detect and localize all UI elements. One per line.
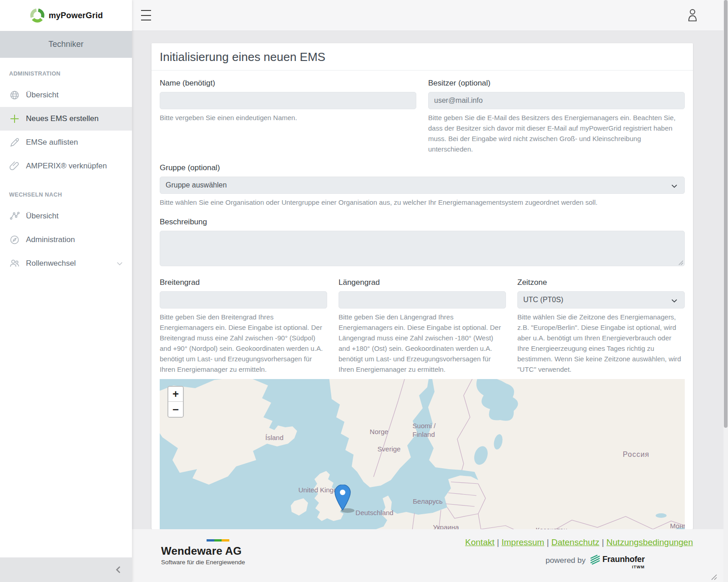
sidebar-item-rollenwechsel[interactable]: Rollenwechsel xyxy=(0,252,132,275)
breitengrad-label: Breitengrad xyxy=(160,278,327,287)
gruppe-label: Gruppe (optional) xyxy=(160,163,685,172)
window-resize-grip-icon[interactable] xyxy=(711,574,717,580)
role-badge: Techniker xyxy=(0,31,132,58)
resize-grip-icon[interactable] xyxy=(678,260,683,265)
link-nutzungsbedingungen[interactable]: Nutzungsbedingungen xyxy=(607,537,693,547)
gruppe-select[interactable]: Gruppe auswählen xyxy=(160,177,685,194)
plus-icon xyxy=(9,113,20,124)
zeitzone-select[interactable]: UTC (PT0S) xyxy=(517,291,685,309)
main-area: Initialisierung eines neuen EMS Name (be… xyxy=(132,0,728,582)
sidebar-item-neues-ems-erstellen[interactable]: Neues EMS erstellen xyxy=(0,107,132,131)
location-map[interactable]: Ísland Norge Suomi / Finland Sverige Рос… xyxy=(160,379,685,529)
wendeware-name: Wendeware AG xyxy=(161,545,245,557)
powered-by: powered by Fraunhofer ITWM xyxy=(546,555,645,569)
paperclip-icon xyxy=(9,161,20,172)
beschreibung-textarea[interactable] xyxy=(160,231,685,266)
fraunhofer-glyph-icon xyxy=(590,555,600,565)
wendeware-logo: Wendeware AG Software für die Energiewen… xyxy=(161,539,245,566)
compass-icon xyxy=(9,234,20,245)
besitzer-help: Bitte geben Sie die E-Mail des Besitzers… xyxy=(428,112,685,154)
zoom-in-button[interactable]: + xyxy=(168,387,183,402)
sidebar-nav: ADMINISTRATION Übersicht Neues EMS erste… xyxy=(0,71,132,275)
wendeware-tagline: Software für die Energiewende xyxy=(161,559,245,566)
chevron-down-icon xyxy=(671,182,678,190)
person-icon xyxy=(686,7,699,23)
footer-links: Kontakt | Impressum | Datenschutz | Nutz… xyxy=(465,537,693,547)
besitzer-input[interactable] xyxy=(428,92,685,109)
page-scrollbar xyxy=(723,0,728,582)
link-impressum[interactable]: Impressum xyxy=(501,537,544,547)
laengengrad-help: Bitte geben Sie den Längengrad Ihres Ene… xyxy=(339,312,506,375)
topbar xyxy=(132,0,728,31)
link-datenschutz[interactable]: Datenschutz xyxy=(551,537,600,547)
link-kontakt[interactable]: Kontakt xyxy=(465,537,494,547)
sidebar: myPowerGrid Techniker ADMINISTRATION Übe… xyxy=(0,0,132,582)
name-label: Name (benötigt) xyxy=(160,79,416,88)
breitengrad-help: Bitte geben Sie den Breitengrad Ihres En… xyxy=(160,312,327,375)
user-account-button[interactable] xyxy=(686,7,699,25)
sidebar-item-administration[interactable]: Administration xyxy=(0,228,132,252)
gruppe-help: Bitte wählen Sie eine Organisation oder … xyxy=(160,197,685,207)
scrollbar-thumb[interactable] xyxy=(724,0,728,428)
laengengrad-label: Längengrad xyxy=(339,278,506,287)
laengengrad-input[interactable] xyxy=(339,291,506,309)
name-input[interactable] xyxy=(160,92,416,109)
zeitzone-label: Zeitzone xyxy=(517,278,685,287)
breitengrad-input[interactable] xyxy=(160,291,327,309)
besitzer-label: Besitzer (optional) xyxy=(428,79,685,88)
wendeware-bar-icon xyxy=(207,539,229,542)
app-logo-text: myPowerGrid xyxy=(49,11,103,20)
content-area: Initialisierung eines neuen EMS Name (be… xyxy=(132,31,728,582)
zoom-out-button[interactable]: − xyxy=(168,402,183,417)
sidebar-item-amperix-verknuepfen[interactable]: AMPERIX® verknüpfen xyxy=(0,154,132,178)
activity-icon xyxy=(9,211,20,222)
nav-section-administration: ADMINISTRATION xyxy=(0,71,132,77)
map-zoom-control: + − xyxy=(167,386,184,418)
page-title: Initialisierung eines neuen EMS xyxy=(152,43,693,71)
app-logo[interactable]: myPowerGrid xyxy=(0,0,132,31)
users-icon xyxy=(9,258,20,269)
beschreibung-label: Beschreibung xyxy=(160,218,685,227)
chevron-down-icon xyxy=(116,259,124,268)
nav-section-wechseln-nach: WECHSELN NACH xyxy=(0,192,132,198)
sidebar-item-uebersicht-admin[interactable]: Übersicht xyxy=(0,83,132,107)
fraunhofer-logo: Fraunhofer ITWM xyxy=(590,555,645,569)
name-help: Bitte vergeben Sie einen eindeutigen Nam… xyxy=(160,112,416,123)
sidebar-item-uebersicht-wechseln[interactable]: Übersicht xyxy=(0,204,132,228)
pencil-icon xyxy=(9,137,20,148)
chevron-left-icon xyxy=(114,564,123,575)
sidebar-collapse-button[interactable] xyxy=(0,557,132,582)
logo-ring-icon xyxy=(29,7,46,24)
footer: Wendeware AG Software für die Energiewen… xyxy=(132,529,728,582)
globe-icon xyxy=(9,90,20,101)
ems-form: Name (benötigt) Bitte vergeben Sie einen… xyxy=(152,71,693,529)
zeitzone-help: Bitte wählen Sie die Zeitzone des Energi… xyxy=(517,312,685,375)
menu-icon[interactable] xyxy=(141,10,151,20)
map-marker-icon[interactable] xyxy=(334,485,358,513)
chevron-down-icon xyxy=(671,297,678,304)
ems-init-card: Initialisierung eines neuen EMS Name (be… xyxy=(152,43,693,529)
sidebar-item-emse-auflisten[interactable]: EMSe auflisten xyxy=(0,131,132,154)
map-tiles xyxy=(160,379,685,529)
